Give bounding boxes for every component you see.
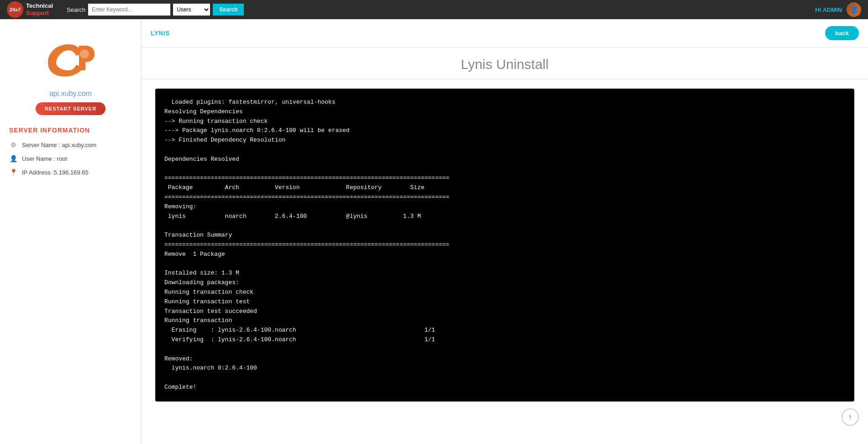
server-info-title: SERVER INFORMATION (9, 127, 132, 134)
avatar: 👤 (847, 2, 861, 17)
logo-area: 24x7 Technical Support (7, 1, 53, 18)
server-icon: ⚙ (9, 141, 17, 149)
terminal-output: Loaded plugins: fastestmirror, universal… (155, 89, 854, 402)
user-name-item: 👤 User Name : root (9, 154, 132, 163)
ip-address-value: IP Address :5.196.169.65 (22, 169, 89, 176)
server-domain: api.xuby.com (0, 90, 141, 98)
ip-address-item: 📍 IP Address :5.196.169.65 (9, 168, 132, 176)
svg-point-1 (80, 49, 89, 58)
logo-badge-text: 24x7 (10, 7, 21, 12)
logo-badge: 24x7 (7, 1, 23, 18)
search-label: Search (67, 6, 85, 13)
user-name-value: User Name : root (22, 155, 67, 162)
header-right: HI ADMIN 👤 (815, 2, 861, 17)
location-icon: 📍 (9, 168, 17, 176)
sidebar: api.xuby.com RESTART SERVER SERVER INFOR… (0, 19, 142, 444)
sidebar-logo (0, 28, 141, 85)
search-input[interactable] (88, 4, 170, 16)
cpanel-logo-icon (43, 37, 98, 79)
search-select[interactable]: UsersServersPackages (173, 4, 210, 16)
back-button[interactable]: back (825, 26, 859, 40)
server-name-value: Server Name : api.xuby.com (22, 142, 96, 148)
search-button[interactable]: Search (213, 4, 244, 16)
content-header: LYNIS back (142, 19, 868, 48)
search-area: Search UsersServersPackages Search (67, 4, 244, 16)
user-icon: 👤 (9, 154, 17, 163)
logo-text: Technical Support (26, 2, 53, 16)
main-header: 24x7 Technical Support Search UsersServe… (0, 0, 868, 19)
main-container: api.xuby.com RESTART SERVER SERVER INFOR… (0, 19, 868, 444)
server-name-item: ⚙ Server Name : api.xuby.com (9, 141, 132, 149)
breadcrumb: LYNIS (151, 30, 170, 37)
page-title: Lynis Uninstall (142, 48, 868, 79)
server-info-section: SERVER INFORMATION ⚙ Server Name : api.x… (9, 127, 132, 176)
terminal-wrapper: Loaded plugins: fastestmirror, universal… (142, 79, 868, 411)
hi-admin-label: HI ADMIN (815, 6, 842, 13)
content-area: LYNIS back Lynis Uninstall Loaded plugin… (142, 19, 868, 444)
scroll-to-top-button[interactable]: ↑ (842, 408, 859, 426)
restart-server-button[interactable]: RESTART SERVER (36, 102, 105, 115)
